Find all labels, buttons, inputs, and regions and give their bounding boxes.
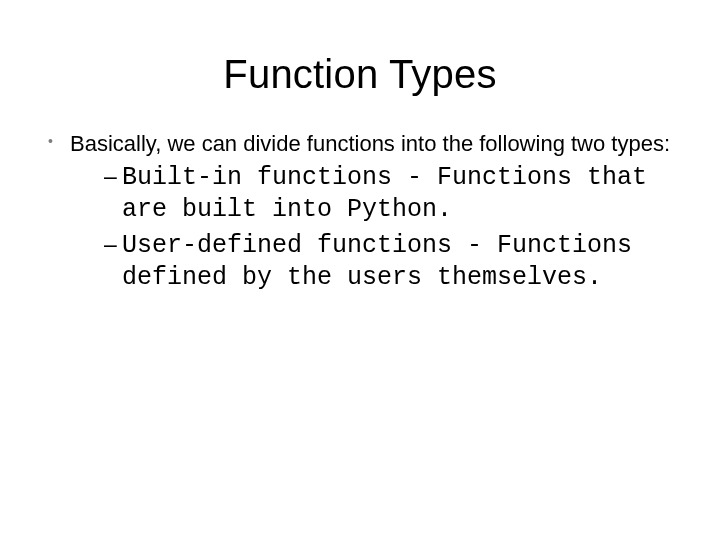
sub-bullet: – Built-in functions - Functions that ar… [104,162,672,226]
sub-bullet: – User-defined functions - Functions def… [104,230,672,294]
dash-glyph: – [104,230,117,259]
slide: Function Types • Basically, we can divid… [0,0,720,540]
sub-bullet-group: – Built-in functions - Functions that ar… [48,162,672,294]
sub-bullet-text: User-defined functions - Functions defin… [122,231,632,292]
slide-body: • Basically, we can divide functions int… [48,130,672,294]
slide-title: Function Types [0,52,720,97]
bullet-text: Basically, we can divide functions into … [70,131,670,156]
bullet-glyph: • [48,133,53,151]
dash-glyph: – [104,162,117,191]
bullet-level-1: • Basically, we can divide functions int… [48,130,672,158]
sub-bullet-text: Built-in functions - Functions that are … [122,163,647,224]
